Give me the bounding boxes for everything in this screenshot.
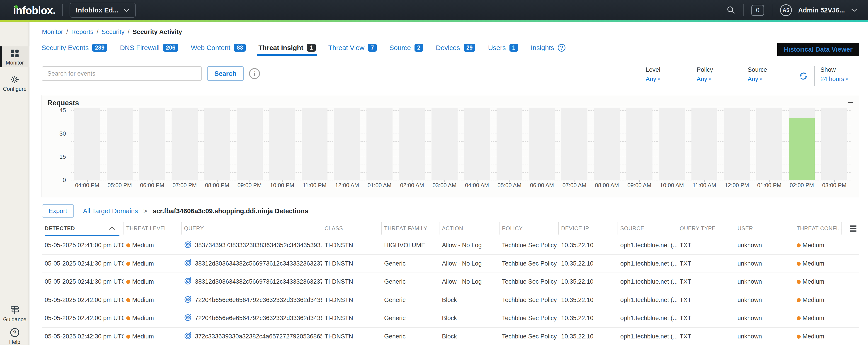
requests-chart-card: Requests – 4530150 04:00 PM05:00 PM06:00… (41, 95, 859, 197)
column-settings-button[interactable] (841, 221, 859, 236)
hour-band (399, 108, 425, 180)
cell-threat_confidence: Medium (794, 278, 841, 285)
search-button[interactable]: Search (207, 66, 244, 81)
column-header-user[interactable]: USER (735, 221, 794, 236)
table-row[interactable]: 05-05-2025 02:42:30 pm UTCMedium372c3336… (42, 327, 859, 345)
hour-band (74, 108, 100, 180)
tab-security-events[interactable]: Security Events289 (35, 44, 114, 56)
x-tick-label: 09:00 AM (623, 182, 656, 188)
chevron-down-icon (124, 8, 129, 12)
filter-label: Level (646, 66, 697, 73)
tab-threat-view[interactable]: Threat View7 (322, 44, 383, 56)
column-header-threat-level[interactable]: THREAT LEVEL (124, 221, 181, 236)
dropdown-arrow-icon: ▾ (760, 77, 762, 81)
search-icon[interactable] (726, 6, 736, 15)
sidebar-item-label: Monitor (0, 60, 29, 66)
search-input[interactable] (42, 66, 202, 81)
chart-slot (785, 108, 818, 180)
table-row[interactable]: 05-05-2025 02:41:00 pm UTCMedium38373439… (42, 236, 859, 254)
cell-device_ip: 10.35.22.10 (558, 297, 618, 304)
tab-dns-firewall[interactable]: DNS Firewall206 (114, 44, 184, 56)
column-header-device-ip[interactable]: DEVICE IP (558, 221, 618, 236)
column-header-detected[interactable]: DETECTED (42, 221, 124, 236)
notification-badge[interactable]: 0 (751, 5, 764, 16)
sidebar-item-configure[interactable]: Configure (0, 72, 29, 93)
chart-bands (71, 108, 850, 180)
all-target-domains-link[interactable]: All Target Domains (83, 207, 138, 215)
table-row[interactable]: 05-05-2025 02:41:30 pm UTCMedium38312d30… (42, 273, 859, 291)
cell-source: oph1.techblue.net (... (618, 260, 677, 267)
cell-text: 72204b656e6e6564792c3632332d33362d3436..… (195, 297, 322, 304)
x-tick-label: 02:00 PM (785, 182, 818, 188)
tab-insights[interactable]: Insights? (524, 44, 572, 56)
tab-web-content[interactable]: Web Content83 (184, 44, 252, 56)
filter-value-dropdown[interactable]: Any ▾ (697, 76, 748, 82)
sidebar-item-label: Help (0, 339, 29, 345)
hour-band (626, 108, 652, 180)
tab-source[interactable]: Source2 (383, 44, 430, 56)
cell-query_type: TXT (677, 297, 735, 304)
y-tick-label: 15 (43, 153, 66, 160)
sidebar-item-monitor[interactable]: Monitor (0, 46, 29, 67)
export-button[interactable]: Export (42, 204, 74, 217)
column-header-action[interactable]: ACTION (439, 221, 499, 236)
filter-value-dropdown[interactable]: Any ▾ (748, 76, 799, 82)
column-header-threat-confi-[interactable]: THREAT CONFI... (794, 221, 841, 236)
threat-level-dot (126, 335, 130, 339)
column-header-policy[interactable]: POLICY (499, 221, 558, 236)
cell-source: oph1.techblue.net (... (618, 278, 677, 285)
tab-badge: 289 (92, 44, 107, 51)
collapse-card-icon[interactable]: – (848, 97, 853, 107)
user-chevron-down-icon[interactable] (851, 8, 857, 12)
chart-slot (234, 108, 266, 180)
filter-value-dropdown[interactable]: Any ▾ (646, 76, 697, 82)
breadcrumb-link-monitor[interactable]: Monitor (42, 28, 63, 35)
cell-threat_family: Generic (381, 260, 439, 267)
column-header-query-type[interactable]: QUERY TYPE (677, 221, 735, 236)
cell-threat_level: Medium (124, 278, 181, 285)
tab-users[interactable]: Users1 (482, 44, 524, 56)
logo-text: infoblox. (13, 4, 56, 16)
column-header-threat-family[interactable]: THREAT FAMILY (381, 221, 439, 236)
user-menu-label[interactable]: Admin 52VJ6... (798, 7, 845, 14)
sidebar-item-label: Configure (0, 86, 29, 92)
cell-class: TI-DNSTN (322, 333, 381, 340)
table-row[interactable]: 05-05-2025 02:42:00 pm UTCMedium72204b65… (42, 309, 859, 327)
tab-devices[interactable]: Devices29 (430, 44, 482, 56)
cell-detected: 05-05-2025 02:42:00 pm UTC (42, 297, 124, 304)
hour-band (756, 108, 782, 180)
hour-band (659, 108, 685, 180)
hour-band (302, 108, 328, 180)
column-header-class[interactable]: CLASS (322, 221, 381, 236)
column-header-query[interactable]: QUERY (181, 221, 322, 236)
table-row[interactable]: 05-05-2025 02:41:30 pm UTCMedium38312d30… (42, 254, 859, 273)
cell-action: Block (439, 297, 499, 304)
x-tick-label: 08:00 PM (201, 182, 233, 188)
breadcrumb-link-reports[interactable]: Reports (71, 28, 93, 35)
historical-data-viewer-button[interactable]: Historical Data Viewer (777, 43, 859, 56)
grid-icon (0, 49, 29, 58)
cell-text: 383734393738333230383634352c343435393... (195, 242, 322, 249)
sidebar-item-help[interactable]: ?Help (0, 325, 29, 345)
cell-threat_confidence: Medium (794, 297, 841, 304)
header-right: 0 A5 Admin 52VJ6... (726, 4, 857, 16)
detections-breadcrumb: All Target Domains > scr.fbaf34606a3c09.… (83, 207, 308, 215)
refresh-icon[interactable] (799, 71, 808, 82)
show-value-dropdown[interactable]: 24 hours ▾ (820, 76, 859, 82)
tab-threat-insight[interactable]: Threat Insight1 (252, 44, 322, 56)
avatar[interactable]: A5 (780, 4, 792, 16)
tab-badge: 1 (307, 44, 316, 51)
breadcrumb-link-security[interactable]: Security (101, 28, 124, 35)
table-row[interactable]: 05-05-2025 02:42:00 pm UTCMedium72204b65… (42, 291, 859, 309)
sidebar-item-guidance[interactable]: Guidance (0, 303, 29, 323)
accent-gradient-line (0, 21, 868, 22)
tab-badge: 7 (368, 44, 377, 51)
app-selector-dropdown[interactable]: Infoblox Ed... (69, 3, 136, 18)
threat-target-icon (184, 332, 192, 341)
column-header-source[interactable]: SOURCE (618, 221, 677, 236)
header-divider3 (772, 4, 772, 16)
insights-help-icon[interactable]: ? (558, 44, 565, 51)
cell-threat_family: HIGHVOLUME (381, 242, 439, 249)
chart-slot (266, 108, 298, 180)
cell-user: unknown (735, 333, 794, 340)
